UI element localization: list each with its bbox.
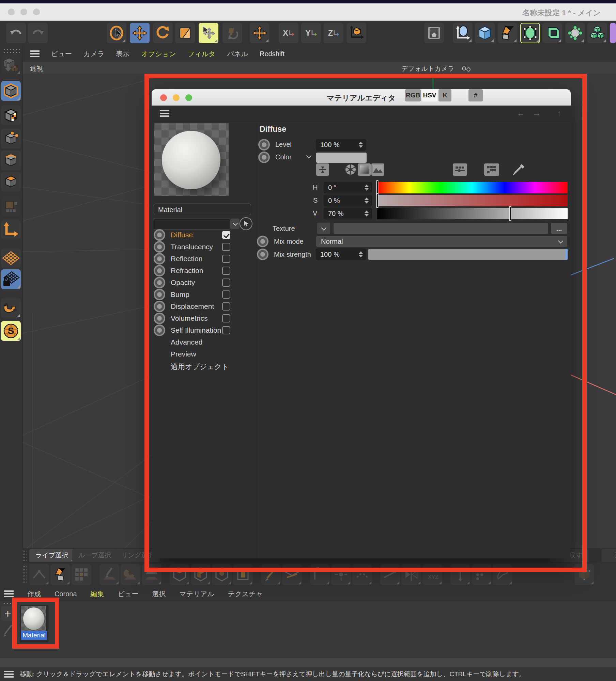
channel-label[interactable]: Reflection (171, 255, 202, 263)
z-axis-lock-button[interactable]: Z (324, 23, 343, 43)
add-material-button[interactable]: + (1, 606, 15, 621)
channel-checkbox[interactable] (222, 243, 230, 251)
material-manager-menu-icon[interactable] (4, 590, 14, 597)
forward-icon[interactable]: → (533, 108, 541, 118)
channel-radio[interactable] (155, 242, 164, 251)
saturation-slider[interactable] (377, 195, 568, 206)
channel-label[interactable]: Diffuse (171, 231, 193, 239)
material-thumbnail-label[interactable]: Material (21, 631, 47, 640)
channel-radio[interactable] (155, 254, 164, 263)
value-spinner[interactable]: 70 % (324, 208, 372, 219)
color-wheel-button[interactable] (344, 163, 357, 176)
mm-menu-create[interactable]: 作成 (27, 589, 41, 599)
hue-slider[interactable] (377, 182, 568, 193)
channel-checkbox[interactable] (222, 279, 230, 287)
color-swatch[interactable] (316, 152, 367, 163)
undo-button[interactable] (6, 23, 26, 43)
snap-settings-button-active[interactable]: S (1, 321, 21, 341)
point-mode-button[interactable] (1, 129, 21, 148)
view-label[interactable]: 透視 (30, 64, 43, 73)
value-slider-cursor[interactable] (510, 207, 511, 220)
channel-label[interactable]: Refraction (171, 267, 203, 275)
y-axis-lock-button[interactable]: Y (301, 23, 321, 43)
up-icon[interactable]: ↑ (557, 108, 561, 118)
eyedropper-button[interactable] (512, 163, 527, 176)
menu-view[interactable]: ビュー (51, 49, 72, 59)
strip-drag-handle[interactable] (22, 565, 27, 584)
hue-slider-cursor[interactable] (377, 181, 378, 194)
channel-radio[interactable] (155, 314, 164, 323)
mix-strength-slider[interactable] (368, 249, 568, 260)
panel-divider[interactable] (0, 658, 616, 668)
snap-magnet-button[interactable] (1, 298, 21, 318)
texture-field[interactable] (333, 223, 549, 234)
mm-menu-view[interactable]: ビュー (118, 589, 139, 599)
channel-checkbox[interactable] (222, 267, 230, 275)
channel-label[interactable]: Translucency (171, 243, 213, 251)
channel-row-opacity[interactable]: Opacity (152, 277, 254, 289)
mm-drag-handle[interactable] (3, 602, 16, 605)
material-manager-area[interactable]: + Material (0, 601, 616, 658)
pick-object-button[interactable] (240, 217, 252, 230)
material-editor-titlebar[interactable]: マテリアルエディタ (152, 89, 571, 106)
menu-camera[interactable]: カメラ (83, 49, 104, 59)
page-preview[interactable]: Preview (171, 350, 196, 358)
channel-radio[interactable] (155, 326, 164, 335)
x-axis-lock-button[interactable]: X (279, 23, 298, 43)
channel-label[interactable]: Opacity (171, 279, 195, 287)
channel-checkbox[interactable] (222, 290, 230, 299)
mm-menu-texture[interactable]: テクスチャ (228, 589, 263, 599)
saturation-slider-cursor[interactable] (377, 194, 378, 207)
channel-row-volumetrics[interactable]: Volumetrics (152, 313, 254, 324)
channel-checkbox[interactable] (222, 326, 230, 334)
mix-mode-radio[interactable] (258, 237, 267, 246)
model-mode-button-active[interactable] (1, 81, 21, 101)
mix-mode-dropdown[interactable]: Normal (316, 236, 568, 247)
polygon-mode-button[interactable] (1, 172, 21, 191)
minimize-window-button[interactable] (20, 9, 27, 15)
lock-workplane-button-active[interactable] (1, 269, 21, 289)
menu-panel[interactable]: パネル (227, 49, 248, 59)
rotate-tool[interactable] (153, 23, 173, 43)
rgb-mode-button[interactable]: RGB (405, 89, 421, 101)
cube-primitive-button[interactable] (475, 23, 495, 43)
texture-dropdown-button[interactable] (317, 223, 330, 234)
tab-loop-selection[interactable]: ループ選択 (72, 549, 117, 562)
move-tool-active[interactable] (130, 23, 150, 43)
menu-filter[interactable]: フィルタ (188, 49, 216, 59)
subdivision-surface-button-selected[interactable] (520, 23, 540, 43)
color-radio[interactable] (260, 153, 268, 162)
mm-menu-material[interactable]: マテリアル (180, 589, 214, 599)
k-mode-button[interactable]: K (438, 89, 451, 101)
axis-mode-button[interactable] (1, 220, 21, 239)
spectrum-button[interactable] (358, 163, 371, 176)
channel-row-translucency[interactable]: Translucency (152, 241, 254, 253)
compact-mode-button[interactable] (316, 163, 329, 176)
page-assignment[interactable]: 適用オブジェクト (171, 362, 229, 371)
cluster-deformer-button[interactable] (565, 23, 585, 43)
channel-radio[interactable] (155, 278, 164, 287)
polygon-pen-button[interactable] (50, 564, 70, 585)
channel-row-refraction[interactable]: Refraction (152, 265, 254, 277)
material-preview[interactable] (154, 123, 229, 196)
render-view-button[interactable] (424, 23, 444, 43)
mixer-mode-button[interactable] (453, 163, 467, 176)
spinner-arrows-icon[interactable] (365, 210, 369, 217)
spinner-arrows-icon[interactable] (359, 251, 363, 257)
texture-browse-button[interactable]: ... (551, 223, 568, 234)
hsv-mode-button-selected[interactable]: HSV (422, 89, 437, 101)
mm-menu-edit[interactable]: 編集 (91, 589, 104, 599)
coordinate-system-button[interactable] (346, 23, 366, 43)
hex-mode-button[interactable]: # (468, 89, 483, 101)
color-expand-chevron-icon[interactable] (306, 153, 312, 159)
pen-tool-button[interactable] (498, 23, 518, 43)
scale-tool[interactable] (175, 23, 195, 43)
menu-display[interactable]: 表示 (116, 49, 129, 59)
mm-menu-select[interactable]: 選択 (152, 589, 166, 599)
back-icon[interactable]: ← (517, 108, 525, 118)
channel-label[interactable]: Bump (171, 290, 189, 299)
shader-dropdown-button[interactable] (231, 219, 240, 229)
edge-mode-button[interactable] (1, 151, 21, 170)
channel-row-displacement[interactable]: Displacement (152, 301, 254, 313)
value-slider[interactable] (377, 208, 568, 219)
